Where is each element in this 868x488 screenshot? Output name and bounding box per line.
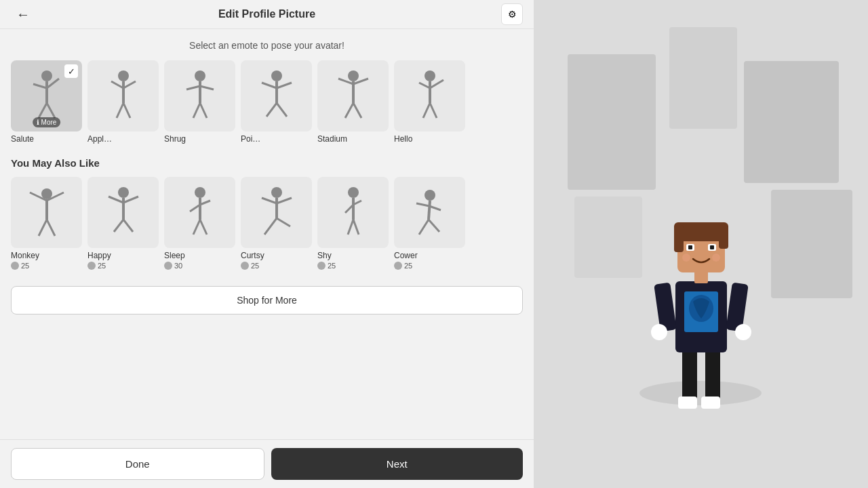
svg-rect-93 bbox=[674, 225, 684, 252]
emote-thumb-salute: ✓ℹMore bbox=[11, 60, 82, 131]
avatar-container bbox=[633, 163, 769, 434]
svg-rect-94 bbox=[719, 225, 728, 249]
svg-line-44 bbox=[108, 197, 123, 203]
emote-label: Monkey bbox=[11, 251, 39, 260]
svg-line-68 bbox=[416, 203, 429, 206]
subtitle-text: Select an emote to pose your avatar! bbox=[11, 40, 523, 51]
svg-point-24 bbox=[348, 70, 359, 81]
svg-line-5 bbox=[47, 103, 55, 118]
svg-line-8 bbox=[111, 81, 123, 88]
footer: Done Next bbox=[0, 439, 534, 488]
svg-line-51 bbox=[200, 201, 210, 205]
emote-price: 25 bbox=[11, 262, 29, 270]
rec-emote-item-happy[interactable]: Happy25 bbox=[87, 177, 159, 270]
rec-emote-thumb-monkey bbox=[11, 177, 82, 248]
recommended-emotes-grid: Monkey25Happy25Sleep30Curtsy25Shy25Cower… bbox=[11, 177, 523, 270]
emote-price: 25 bbox=[394, 262, 412, 270]
emote-price: 25 bbox=[241, 262, 259, 270]
rec-emote-thumb-shy bbox=[317, 177, 389, 248]
coin-icon bbox=[394, 262, 402, 270]
emote-item-poi[interactable]: Poi… bbox=[241, 60, 312, 144]
shop-for-more-button[interactable]: Shop for More bbox=[11, 286, 523, 314]
avatar-svg bbox=[640, 176, 762, 434]
rec-emote-item-shy[interactable]: Shy25 bbox=[317, 177, 389, 270]
svg-rect-79 bbox=[682, 349, 697, 403]
svg-line-9 bbox=[123, 81, 136, 88]
svg-line-29 bbox=[353, 103, 361, 118]
emote-thumb-stadium bbox=[317, 60, 389, 131]
emote-thumb-shrug bbox=[164, 60, 235, 131]
rec-emote-item-curtsy[interactable]: Curtsy25 bbox=[241, 177, 312, 270]
svg-line-32 bbox=[419, 83, 430, 88]
svg-line-52 bbox=[193, 220, 200, 235]
done-button[interactable]: Done bbox=[11, 448, 264, 480]
emote-label: Salute bbox=[11, 134, 34, 144]
svg-line-22 bbox=[267, 103, 277, 117]
svg-line-56 bbox=[262, 198, 277, 203]
emote-item-hello[interactable]: Hello bbox=[394, 60, 465, 144]
emote-label: Happy bbox=[87, 251, 111, 260]
settings-button[interactable]: ⚙ bbox=[501, 3, 523, 25]
rec-emote-thumb-curtsy bbox=[241, 177, 312, 248]
emote-label: Cower bbox=[394, 251, 418, 260]
selected-checkmark: ✓ bbox=[64, 64, 78, 78]
emote-item-appl[interactable]: Appl… bbox=[87, 60, 159, 144]
emote-price: 30 bbox=[164, 262, 182, 270]
svg-rect-97 bbox=[688, 245, 692, 249]
emote-label: Shrug bbox=[164, 134, 186, 144]
emote-item-salute[interactable]: ✓ℹMoreSalute bbox=[11, 60, 82, 144]
svg-point-89 bbox=[735, 324, 751, 340]
svg-point-6 bbox=[118, 70, 129, 81]
svg-line-28 bbox=[345, 103, 353, 118]
svg-line-23 bbox=[277, 103, 287, 117]
avatar-preview-panel bbox=[534, 0, 868, 488]
svg-line-11 bbox=[123, 103, 130, 118]
svg-point-36 bbox=[41, 188, 52, 199]
rec-emote-thumb-cower bbox=[394, 177, 465, 248]
svg-line-65 bbox=[353, 220, 359, 235]
svg-line-2 bbox=[33, 84, 47, 88]
rec-emote-item-cower[interactable]: Cower25 bbox=[394, 177, 465, 270]
emote-thumb-hello bbox=[394, 60, 465, 131]
coin-icon bbox=[317, 262, 326, 270]
svg-line-4 bbox=[39, 103, 47, 118]
section-title: You May Also Like bbox=[11, 157, 523, 169]
svg-point-42 bbox=[118, 187, 129, 198]
svg-line-46 bbox=[114, 220, 123, 232]
svg-line-70 bbox=[419, 220, 429, 235]
page-title: Edit Profile Picture bbox=[218, 8, 315, 20]
svg-point-87 bbox=[651, 324, 667, 340]
svg-line-34 bbox=[423, 103, 430, 118]
coin-icon bbox=[241, 262, 249, 270]
svg-line-35 bbox=[430, 103, 437, 118]
svg-line-71 bbox=[429, 220, 439, 232]
emote-item-shrug[interactable]: Shrug bbox=[164, 60, 235, 144]
svg-rect-76 bbox=[574, 197, 642, 278]
rec-emote-thumb-sleep bbox=[164, 177, 235, 248]
svg-line-17 bbox=[200, 103, 207, 118]
svg-line-15 bbox=[200, 86, 214, 89]
svg-line-33 bbox=[430, 80, 443, 88]
emote-label: Poi… bbox=[241, 134, 260, 144]
emote-thumb-poi bbox=[241, 60, 312, 131]
emote-price: 25 bbox=[87, 262, 106, 270]
rec-emote-thumb-happy bbox=[87, 177, 159, 248]
svg-rect-77 bbox=[771, 190, 852, 298]
svg-line-53 bbox=[200, 220, 207, 235]
svg-line-14 bbox=[186, 86, 200, 89]
svg-line-58 bbox=[264, 218, 277, 235]
owned-emotes-grid: ✓ℹMoreSaluteAppl…ShrugPoi…StadiumHello bbox=[11, 60, 523, 144]
back-button[interactable]: ← bbox=[11, 4, 35, 25]
emote-item-stadium[interactable]: Stadium bbox=[317, 60, 389, 144]
svg-point-18 bbox=[271, 70, 282, 81]
svg-line-40 bbox=[39, 220, 47, 236]
emote-price: 25 bbox=[317, 262, 336, 270]
rec-emote-item-monkey[interactable]: Monkey25 bbox=[11, 177, 82, 270]
coin-icon bbox=[87, 262, 96, 270]
rec-emote-item-sleep[interactable]: Sleep30 bbox=[164, 177, 235, 270]
emote-label: Stadium bbox=[317, 134, 347, 144]
svg-point-99 bbox=[682, 253, 690, 262]
next-button[interactable]: Next bbox=[271, 448, 524, 480]
svg-rect-81 bbox=[678, 396, 697, 409]
svg-rect-82 bbox=[701, 396, 720, 409]
